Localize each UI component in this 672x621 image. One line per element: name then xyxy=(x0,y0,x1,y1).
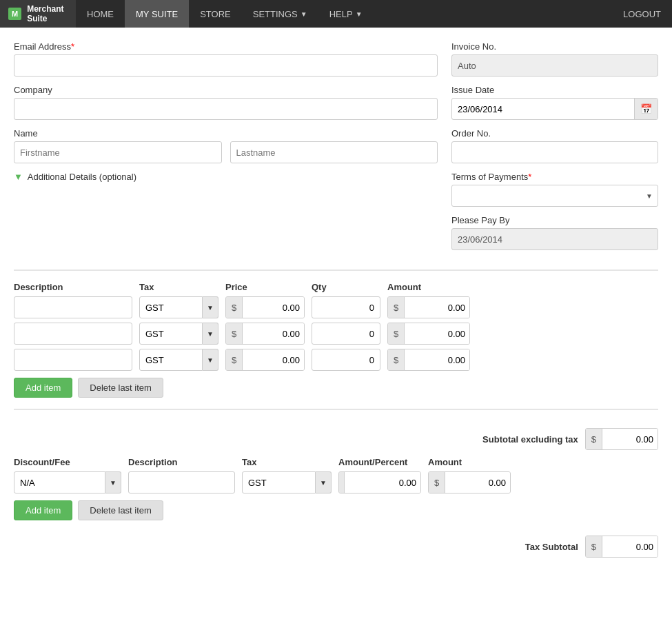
item-tax-select-1[interactable]: GST xyxy=(139,296,203,318)
company-label: Company xyxy=(14,85,438,95)
tax-subtotal-label: Tax Subtotal xyxy=(525,542,578,552)
items-action-btns: Add item Delete last item xyxy=(14,378,658,398)
terms-select[interactable] xyxy=(451,185,658,207)
discount-df-select-wrapper: N/A ▼ xyxy=(14,471,121,493)
order-no-group: Order No. xyxy=(451,128,658,163)
please-pay-by-input[interactable] xyxy=(451,228,658,250)
item-qty-col xyxy=(312,349,380,371)
item-tax-arrow-icon-2: ▼ xyxy=(203,323,218,345)
item-price-col: $ xyxy=(225,349,305,371)
add-item-button-2[interactable]: Add item xyxy=(14,500,72,520)
discount-tax-select-wrapper: GST ▼ xyxy=(242,471,332,493)
item-amount-input-1[interactable] xyxy=(405,297,469,318)
please-pay-by-label: Please Pay By xyxy=(451,215,658,225)
invoice-no-input[interactable] xyxy=(451,54,658,77)
brand[interactable]: M Merchant Suite xyxy=(0,0,76,28)
item-amount-field-1: $ xyxy=(387,296,470,318)
item-row: GST ▼ $ $ xyxy=(14,323,658,345)
items-col-amount-header: Amount xyxy=(387,282,470,292)
discount-col-df-header: Discount/Fee xyxy=(14,457,121,467)
discount-description-input[interactable] xyxy=(128,471,235,493)
discount-df-arrow-icon: ▼ xyxy=(105,471,121,493)
company-input[interactable] xyxy=(14,98,438,120)
terms-required: * xyxy=(528,172,531,182)
issue-date-group: Issue Date 📅 xyxy=(451,85,658,120)
amount-dollar-icon-1: $ xyxy=(388,297,405,318)
issue-date-calendar-icon[interactable]: 📅 xyxy=(634,99,658,119)
order-no-label: Order No. xyxy=(451,128,658,139)
item-amount-col: $ xyxy=(387,323,470,345)
item-price-input-3[interactable] xyxy=(243,349,304,370)
item-amount-field-2: $ xyxy=(387,323,470,345)
subtotal-dollar-icon: $ xyxy=(586,429,602,449)
nav-item-settings[interactable]: SETTINGS ▼ xyxy=(242,0,318,28)
item-tax-select-2[interactable]: GST xyxy=(139,323,203,345)
delete-last-item-button-1[interactable]: Delete last item xyxy=(78,378,163,398)
additional-details-toggle[interactable]: ▼ Additional Details (optional) xyxy=(14,172,438,182)
discount-amount-input[interactable] xyxy=(445,472,510,493)
add-item-button-1[interactable]: Add item xyxy=(14,378,72,398)
item-qty-input-2[interactable] xyxy=(312,323,380,345)
item-qty-input-1[interactable] xyxy=(312,296,380,318)
discount-amount-field: $ xyxy=(428,471,511,493)
issue-date-input[interactable] xyxy=(452,99,634,119)
item-description-input-1[interactable] xyxy=(14,296,132,318)
subtotal-label: Subtotal excluding tax xyxy=(482,434,578,445)
amount-dollar-icon-3: $ xyxy=(388,349,405,370)
navbar: M Merchant Suite HOME MY SUITE STORE SET… xyxy=(0,0,672,28)
invoice-no-label: Invoice No. xyxy=(451,41,658,52)
email-input[interactable] xyxy=(14,54,438,77)
item-row: GST ▼ $ $ xyxy=(14,349,658,371)
item-price-input-2[interactable] xyxy=(243,323,304,344)
item-qty-input-3[interactable] xyxy=(312,349,380,371)
item-tax-select-3[interactable]: GST xyxy=(139,349,203,371)
items-col-qty-header: Qty xyxy=(312,282,380,292)
lastname-input[interactable] xyxy=(230,141,438,163)
subtotal-value-input[interactable] xyxy=(602,429,658,449)
nav-item-home[interactable]: HOME xyxy=(76,0,125,28)
item-amount-input-3[interactable] xyxy=(405,349,469,370)
nav-item-store[interactable]: STORE xyxy=(189,0,242,28)
discount-col-ampct-header: Amount/Percent xyxy=(338,457,421,467)
nav-item-help[interactable]: HELP ▼ xyxy=(318,0,374,28)
discount-df-select[interactable]: N/A xyxy=(14,471,105,493)
delete-last-item-button-2[interactable]: Delete last item xyxy=(78,500,163,520)
tax-subtotal-input[interactable] xyxy=(602,536,658,557)
amount-dollar-icon-2: $ xyxy=(388,323,405,344)
terms-group: Terms of Payments* xyxy=(451,172,658,207)
tax-subtotal-row: Tax Subtotal $ xyxy=(14,530,658,558)
discount-amount-dollar-icon: $ xyxy=(429,472,445,493)
items-table-header: Description Tax Price Qty Amount xyxy=(14,282,658,292)
email-group: Email Address* xyxy=(14,41,438,77)
nav-item-mysuite[interactable]: MY SUITE xyxy=(125,0,189,28)
item-tax-arrow-icon-1: ▼ xyxy=(203,296,218,318)
subtotal-row: Subtotal excluding tax $ xyxy=(14,421,658,450)
discount-row: N/A ▼ GST ▼ $ xyxy=(14,471,658,493)
issue-date-field: 📅 xyxy=(451,98,658,120)
discount-desc-col xyxy=(128,471,235,493)
price-dollar-icon-1: $ xyxy=(226,297,243,318)
discount-ampct-input[interactable] xyxy=(345,472,420,493)
price-dollar-icon-2: $ xyxy=(226,323,243,344)
logout-button[interactable]: LOGOUT xyxy=(612,0,672,28)
name-row xyxy=(14,141,438,163)
additional-details-arrow-icon: ▼ xyxy=(14,172,23,182)
item-description-input-2[interactable] xyxy=(14,323,132,345)
discount-tax-col: GST ▼ xyxy=(242,471,332,493)
issue-date-label: Issue Date xyxy=(451,85,658,95)
item-amount-input-2[interactable] xyxy=(405,323,469,344)
firstname-input[interactable] xyxy=(14,141,222,163)
brand-logo: M xyxy=(8,8,21,20)
item-description-input-3[interactable] xyxy=(14,349,132,371)
section-divider-2 xyxy=(14,409,658,410)
item-price-input-1[interactable] xyxy=(243,297,304,318)
discount-tax-select[interactable]: GST xyxy=(242,471,316,493)
items-col-tax-header: Tax xyxy=(139,282,218,292)
item-tax-select-wrapper-2: GST ▼ xyxy=(139,323,218,345)
discount-action-btns: Add item Delete last item xyxy=(14,500,658,520)
terms-label: Terms of Payments* xyxy=(451,172,658,182)
please-pay-by-group: Please Pay By xyxy=(451,215,658,250)
item-desc-col xyxy=(14,349,132,371)
order-no-input[interactable] xyxy=(451,141,658,163)
items-col-price-header: Price xyxy=(225,282,305,292)
